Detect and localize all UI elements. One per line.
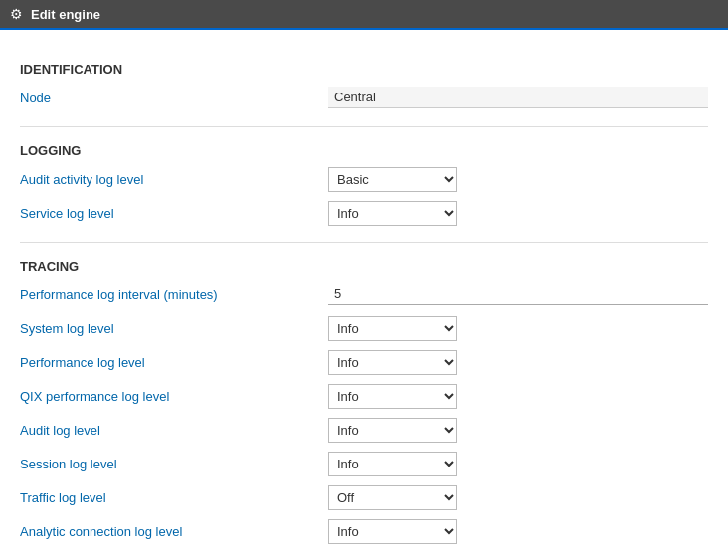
analytic-log-row: Analytic connection log level Off Fatal … [20,518,708,544]
service-log-label: Service log level [20,206,328,221]
service-log-control: Off Fatal Error Warning Info Debug [328,201,708,226]
page-title: Edit engine [31,7,100,22]
system-log-row: System log level Off Fatal Error Warning… [20,315,708,341]
perf-log-label: Performance log level [20,355,328,370]
identification-header: IDENTIFICATION [20,62,708,77]
analytic-log-select[interactable]: Off Fatal Error Warning Info Debug [328,519,457,544]
tracing-header: TRACING [20,259,708,274]
perf-log-select[interactable]: Off Fatal Error Warning Info Debug [328,350,457,375]
perf-log-row: Performance log level Off Fatal Error Wa… [20,349,708,375]
system-log-label: System log level [20,321,328,336]
logging-header: LOGGING [20,143,708,158]
perf-log-control: Off Fatal Error Warning Info Debug [328,350,708,375]
node-input[interactable] [328,87,708,108]
audit-activity-select[interactable]: Off Basic Basic Extended [328,167,457,192]
perf-interval-input[interactable] [328,283,708,305]
logging-divider [20,242,708,243]
perf-interval-control [328,283,708,305]
audit-activity-control: Off Basic Basic Extended [328,167,708,192]
qix-perf-select[interactable]: Off Fatal Error Warning Info Debug [328,384,457,409]
node-value-container [328,87,708,108]
perf-interval-label: Performance log interval (minutes) [20,287,328,302]
engine-icon: ⚙ [10,6,23,22]
node-row: Node [20,85,708,110]
traffic-log-row: Traffic log level Off Fatal Error Warnin… [20,484,708,510]
title-bar: ⚙ Edit engine [0,0,728,30]
service-log-select[interactable]: Off Fatal Error Warning Info Debug [328,201,457,226]
main-content: IDENTIFICATION Node LOGGING Audit activi… [0,30,728,560]
traffic-log-control: Off Fatal Error Warning Info Debug [328,485,708,510]
session-log-label: Session log level [20,457,328,471]
node-label: Node [20,91,328,105]
audit-activity-label: Audit activity log level [20,172,328,187]
audit-log-row: Audit log level Off Fatal Error Warning … [20,417,708,443]
session-log-select[interactable]: Off Fatal Error Warning Info Debug [328,452,457,476]
audit-log-label: Audit log level [20,423,328,438]
session-log-control: Off Fatal Error Warning Info Debug [328,452,708,476]
identification-divider [20,126,708,127]
perf-interval-row: Performance log interval (minutes) [20,281,708,307]
audit-log-control: Off Fatal Error Warning Info Debug [328,418,708,443]
session-log-row: Session log level Off Fatal Error Warnin… [20,451,708,476]
traffic-log-select[interactable]: Off Fatal Error Warning Info Debug [328,485,457,510]
system-log-control: Off Fatal Error Warning Info Debug [328,316,708,341]
system-log-select[interactable]: Off Fatal Error Warning Info Debug [328,316,457,341]
qix-perf-control: Off Fatal Error Warning Info Debug [328,384,708,409]
traffic-log-label: Traffic log level [20,490,328,505]
analytic-log-label: Analytic connection log level [20,524,328,539]
analytic-log-control: Off Fatal Error Warning Info Debug [328,519,708,544]
audit-activity-row: Audit activity log level Off Basic Basic… [20,166,708,192]
qix-perf-label: QIX performance log level [20,389,328,404]
audit-log-select[interactable]: Off Fatal Error Warning Info Debug [328,418,457,443]
service-log-row: Service log level Off Fatal Error Warnin… [20,200,708,226]
qix-perf-row: QIX performance log level Off Fatal Erro… [20,383,708,409]
